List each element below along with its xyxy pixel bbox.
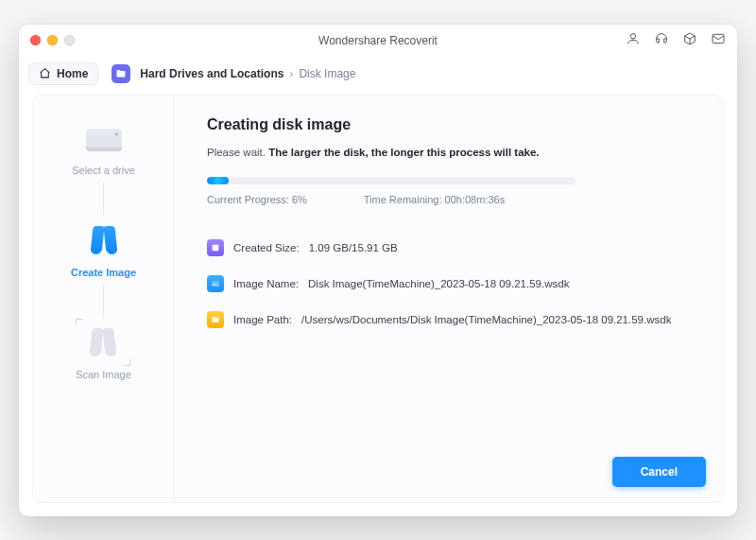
scan-icon — [82, 323, 124, 361]
home-icon — [39, 67, 51, 79]
cancel-button[interactable]: Cancel — [612, 457, 706, 487]
account-icon[interactable] — [626, 31, 641, 50]
mail-icon[interactable] — [711, 31, 726, 50]
step-connector — [103, 182, 104, 216]
titlebar: Wondershare Recoverit — [19, 25, 737, 57]
toolbar: Home Hard Drives and Locations › Disk Im… — [19, 57, 737, 91]
progress-text: Current Progress: 6% — [207, 194, 307, 205]
info-image-path: Image Path: /Users/ws/Documents/Disk Ima… — [207, 311, 691, 328]
image-icon — [207, 275, 224, 292]
info-list: Created Size: 1.09 GB/15.91 GB Image Nam… — [207, 239, 691, 328]
progress-fill — [207, 177, 229, 184]
svg-rect-2 — [213, 244, 219, 251]
info-image-name: Image Name: Disk Image(TimeMachine)_2023… — [207, 275, 691, 292]
wait-bold: The larger the disk, the longer this pro… — [268, 147, 539, 158]
svg-point-0 — [630, 33, 635, 38]
breadcrumb-leaf: Disk Image — [299, 67, 355, 80]
step-connector — [103, 284, 104, 318]
step-scan-image: Scan Image — [76, 323, 131, 380]
app-window: Wondershare Recoverit Home Hard Drives a… — [19, 25, 737, 516]
content-area: Creating disk image Please wait. The lar… — [175, 96, 723, 502]
step-create-image: Create Image — [71, 221, 136, 278]
progress-bar — [207, 177, 576, 184]
breadcrumb-root[interactable]: Hard Drives and Locations — [140, 67, 284, 80]
info-created-size: Created Size: 1.09 GB/15.91 GB — [207, 239, 691, 256]
time-remaining-text: Time Remaining: 00h:08m:36s — [364, 194, 505, 205]
stepper: Select a drive Create Image Scan Image — [33, 96, 175, 502]
progress-section: Current Progress: 6% Time Remaining: 00h… — [207, 177, 691, 205]
breadcrumb-folder-icon — [112, 64, 130, 83]
body-panel: Select a drive Create Image Scan Image C… — [32, 95, 724, 503]
support-icon[interactable] — [654, 31, 669, 50]
cube-icon[interactable] — [682, 31, 697, 50]
wait-prefix: Please wait. — [207, 147, 266, 158]
folder-icon — [207, 311, 224, 328]
step-label-1: Select a drive — [72, 165, 135, 176]
drive-icon — [83, 119, 125, 157]
step-label-2: Create Image — [71, 267, 136, 278]
home-label: Home — [57, 67, 88, 80]
butterfly-icon — [83, 221, 125, 259]
storage-icon — [207, 239, 224, 256]
page-title: Creating disk image — [207, 116, 691, 133]
breadcrumb: Hard Drives and Locations › Disk Image — [140, 67, 355, 80]
step-label-3: Scan Image — [76, 369, 131, 380]
breadcrumb-separator: › — [289, 67, 293, 80]
wait-message: Please wait. The larger the disk, the lo… — [207, 147, 691, 158]
svg-rect-1 — [713, 34, 724, 43]
step-select-drive: Select a drive — [72, 119, 135, 176]
home-button[interactable]: Home — [28, 62, 98, 85]
